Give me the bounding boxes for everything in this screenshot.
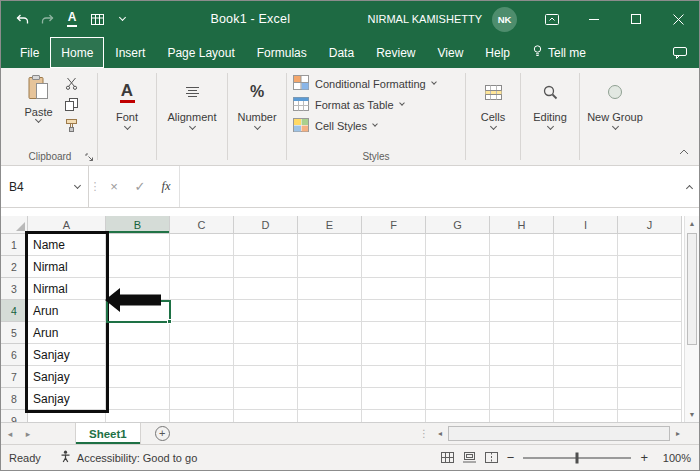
- user-avatar[interactable]: NK: [492, 7, 517, 32]
- cell-C2[interactable]: [170, 256, 234, 278]
- cell-B6[interactable]: [106, 344, 170, 366]
- row-header-4[interactable]: 4: [1, 300, 28, 322]
- new-group-button[interactable]: New Group: [580, 68, 650, 165]
- cell-E8[interactable]: [298, 388, 362, 410]
- cell-A5[interactable]: Arun: [28, 322, 106, 344]
- cell-F3[interactable]: [362, 278, 426, 300]
- cell-E9[interactable]: [298, 410, 362, 422]
- customize-qat-icon[interactable]: [111, 6, 133, 32]
- cell-I6[interactable]: [554, 344, 618, 366]
- tab-home[interactable]: Home: [50, 37, 104, 68]
- cell-J6[interactable]: [618, 344, 682, 366]
- tab-insert[interactable]: Insert: [104, 37, 156, 68]
- cell-H4[interactable]: [490, 300, 554, 322]
- row-header-5[interactable]: 5: [1, 322, 28, 344]
- paste-button[interactable]: Paste: [19, 73, 57, 148]
- formula-input[interactable]: [179, 166, 679, 207]
- horizontal-scrollbar[interactable]: ◂ ▸: [433, 423, 685, 444]
- cell-A8[interactable]: Sanjay: [28, 388, 106, 410]
- cell-C3[interactable]: [170, 278, 234, 300]
- cell-G1[interactable]: [426, 234, 490, 256]
- redo-icon[interactable]: [36, 6, 58, 32]
- borders-table-icon[interactable]: [86, 6, 108, 32]
- format-painter-icon[interactable]: [63, 117, 81, 134]
- scroll-right-icon[interactable]: ▸: [671, 423, 685, 444]
- cell-E3[interactable]: [298, 278, 362, 300]
- cell-D1[interactable]: [234, 234, 298, 256]
- cell-H7[interactable]: [490, 366, 554, 388]
- editing-group-button[interactable]: Editing: [521, 68, 579, 165]
- sheet-tab-sheet1[interactable]: Sheet1: [75, 423, 141, 444]
- cell-F7[interactable]: [362, 366, 426, 388]
- cell-A4[interactable]: Arun: [28, 300, 106, 322]
- column-header-E[interactable]: E: [298, 216, 362, 234]
- comment-icon[interactable]: [673, 37, 687, 68]
- cell-C5[interactable]: [170, 322, 234, 344]
- underline-icon[interactable]: A: [61, 6, 83, 32]
- column-header-D[interactable]: D: [234, 216, 298, 234]
- column-header-I[interactable]: I: [554, 216, 618, 234]
- cell-F1[interactable]: [362, 234, 426, 256]
- sheet-nav-right-icon[interactable]: ▸: [19, 423, 37, 444]
- minimize-button[interactable]: [573, 1, 615, 37]
- cell-H6[interactable]: [490, 344, 554, 366]
- cell-E1[interactable]: [298, 234, 362, 256]
- cell-E5[interactable]: [298, 322, 362, 344]
- scroll-up-icon[interactable]: ▲: [685, 216, 699, 231]
- column-header-A[interactable]: A: [28, 216, 106, 234]
- enter-check-icon[interactable]: ✓: [127, 166, 153, 207]
- cell-I9[interactable]: [554, 410, 618, 422]
- column-header-F[interactable]: F: [362, 216, 426, 234]
- cell-G4[interactable]: [426, 300, 490, 322]
- new-sheet-icon[interactable]: +: [155, 426, 170, 441]
- user-name[interactable]: NIRMAL KAMISHETTY: [368, 13, 483, 25]
- name-box[interactable]: B4: [1, 166, 89, 207]
- scroll-down-icon[interactable]: ▼: [685, 407, 699, 422]
- cell-E4[interactable]: [298, 300, 362, 322]
- maximize-button[interactable]: [615, 1, 657, 37]
- zoom-slider-thumb[interactable]: [576, 452, 579, 463]
- tab-tell-me[interactable]: Tell me: [521, 37, 597, 68]
- sheet-nav-left-icon[interactable]: ◂: [1, 423, 19, 444]
- row-header-9[interactable]: 9: [1, 410, 28, 422]
- cell-I5[interactable]: [554, 322, 618, 344]
- cell-I4[interactable]: [554, 300, 618, 322]
- cut-icon[interactable]: [63, 75, 81, 92]
- cell-I3[interactable]: [554, 278, 618, 300]
- cell-J8[interactable]: [618, 388, 682, 410]
- cell-E6[interactable]: [298, 344, 362, 366]
- cell-F5[interactable]: [362, 322, 426, 344]
- accessibility-status[interactable]: Accessibility: Good to go: [77, 452, 197, 464]
- cell-B2[interactable]: [106, 256, 170, 278]
- page-break-view-icon[interactable]: [485, 452, 498, 463]
- cancel-icon[interactable]: ×: [101, 166, 127, 207]
- cell-H9[interactable]: [490, 410, 554, 422]
- cell-G5[interactable]: [426, 322, 490, 344]
- vertical-scrollbar[interactable]: ▲ ▼: [684, 216, 699, 422]
- cell-B1[interactable]: [106, 234, 170, 256]
- row-header-7[interactable]: 7: [1, 366, 28, 388]
- row-header-6[interactable]: 6: [1, 344, 28, 366]
- cell-E2[interactable]: [298, 256, 362, 278]
- zoom-in-button[interactable]: +: [640, 450, 648, 465]
- cell-D2[interactable]: [234, 256, 298, 278]
- cell-B8[interactable]: [106, 388, 170, 410]
- cell-I7[interactable]: [554, 366, 618, 388]
- cell-H8[interactable]: [490, 388, 554, 410]
- cell-H2[interactable]: [490, 256, 554, 278]
- tab-formulas[interactable]: Formulas: [246, 37, 318, 68]
- cell-I2[interactable]: [554, 256, 618, 278]
- cell-J5[interactable]: [618, 322, 682, 344]
- cell-D3[interactable]: [234, 278, 298, 300]
- cell-A7[interactable]: Sanjay: [28, 366, 106, 388]
- zoom-out-button[interactable]: −: [507, 450, 515, 465]
- select-all-button[interactable]: [1, 216, 28, 234]
- number-group-button[interactable]: % Number: [228, 68, 286, 165]
- zoom-slider[interactable]: [523, 457, 631, 459]
- alignment-group-button[interactable]: Alignment: [157, 68, 227, 165]
- row-header-1[interactable]: 1: [1, 234, 28, 256]
- cell-I8[interactable]: [554, 388, 618, 410]
- collapse-ribbon-icon[interactable]: [679, 141, 689, 159]
- cell-D9[interactable]: [234, 410, 298, 422]
- column-header-B[interactable]: B: [106, 216, 170, 234]
